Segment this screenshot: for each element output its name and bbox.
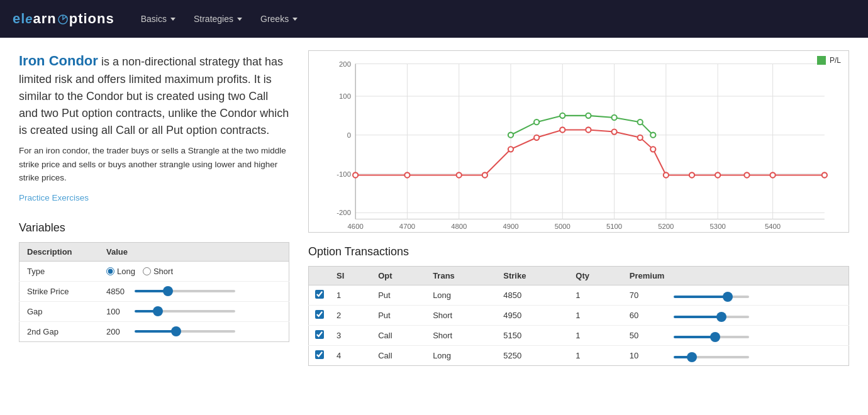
row1-si: 1 — [330, 285, 372, 306]
svg-point-31 — [404, 172, 409, 177]
strike-price-value: 4850 — [99, 281, 289, 301]
nav-greeks-label: Greeks — [260, 14, 289, 24]
row1-checkbox[interactable] — [315, 290, 324, 299]
col-opt: Opt — [372, 267, 426, 285]
row4-strike: 5250 — [497, 346, 569, 366]
svg-text:4900: 4900 — [503, 223, 518, 230]
gap-number: 100 — [106, 307, 128, 316]
brand-name: elearn ptions — [13, 11, 114, 27]
transaction-row-1: 1 Put Long 4850 1 70 — [309, 285, 849, 306]
svg-point-51 — [611, 115, 616, 120]
strike-slider-container: 4850 — [106, 287, 281, 296]
practice-exercises-link[interactable]: Practice Exercises — [19, 193, 89, 202]
left-panel: Iron Condor is a non-directional strateg… — [19, 50, 289, 366]
radio-short-label[interactable]: Short — [143, 267, 173, 276]
svg-point-45 — [770, 172, 775, 177]
2nd-gap-number: 200 — [106, 327, 128, 336]
svg-point-47 — [508, 133, 513, 138]
greeks-caret-icon — [292, 18, 298, 21]
row2-qty: 1 — [569, 306, 623, 326]
row2-si: 2 — [330, 306, 372, 326]
nav-item-basics[interactable]: Basics — [133, 9, 183, 29]
svg-text:5400: 5400 — [765, 223, 781, 230]
navbar: elearn ptions Basics Strategies — [0, 0, 868, 38]
radio-long-label[interactable]: Long — [106, 267, 135, 276]
chart-svg: 200 100 0 -100 -200 4600 4700 4800 4900 … — [309, 51, 849, 232]
nav-link-basics[interactable]: Basics — [133, 9, 183, 29]
row3-checkbox[interactable] — [315, 330, 324, 339]
row3-qty: 1 — [569, 326, 623, 346]
svg-point-30 — [353, 172, 358, 177]
row4-checkbox[interactable] — [315, 350, 324, 359]
variables-title: Variables — [19, 221, 289, 235]
nav-link-strategies[interactable]: Strategies — [186, 9, 250, 29]
svg-point-48 — [534, 119, 539, 124]
col-strike: Strike — [497, 267, 569, 285]
col-trans: Trans — [426, 267, 497, 285]
transactions-table: SI Opt Trans Strike Qty Premium 1 Put Lo… — [308, 266, 849, 366]
transaction-row-4: 4 Call Long 5250 1 10 — [309, 346, 849, 366]
nav-strategies-label: Strategies — [194, 14, 233, 24]
row2-opt: Put — [372, 306, 426, 326]
nav-basics-label: Basics — [141, 14, 167, 24]
variables-header-row: Description Value — [19, 242, 289, 261]
variables-section: Variables Description Value Type — [19, 221, 289, 342]
row1-strike: 4850 — [497, 285, 569, 306]
right-panel: P/L 200 100 0 -100 -200 4600 — [308, 50, 849, 366]
2nd-gap-label: 2nd Gap — [19, 321, 99, 341]
2nd-gap-slider-container: 200 — [106, 327, 281, 336]
strategy-name: Iron Condor — [19, 53, 98, 69]
transactions-title: Option Transactions — [308, 245, 849, 258]
svg-text:200: 200 — [339, 60, 351, 68]
row4-qty: 1 — [569, 346, 623, 366]
row2-checkbox[interactable] — [315, 310, 324, 319]
row1-premium-slider[interactable] — [674, 296, 749, 298]
type-value: Long Short — [99, 261, 289, 281]
row4-premium-slider[interactable] — [674, 356, 749, 358]
variable-row-strike: Strike Price 4850 — [19, 281, 289, 301]
svg-text:5300: 5300 — [710, 223, 726, 230]
gap-slider[interactable] — [135, 310, 235, 313]
svg-point-35 — [534, 135, 539, 140]
row4-premium: 10 — [623, 346, 668, 366]
col-qty: Qty — [569, 267, 623, 285]
svg-text:5200: 5200 — [658, 223, 674, 230]
svg-point-44 — [744, 172, 749, 177]
transaction-row-3: 3 Call Short 5150 1 50 — [309, 326, 849, 346]
row2-premium-slider[interactable] — [674, 316, 749, 318]
strategies-caret-icon — [237, 18, 242, 21]
nav-item-greeks[interactable]: Greeks — [253, 9, 305, 29]
radio-short[interactable] — [143, 267, 151, 275]
type-label: Type — [19, 261, 99, 281]
svg-point-33 — [482, 172, 487, 177]
svg-text:4800: 4800 — [451, 223, 467, 230]
strike-price-label: Strike Price — [19, 281, 99, 301]
radio-long-text: Long — [117, 267, 135, 276]
variable-row-type: Type Long Short — [19, 261, 289, 281]
nav-link-greeks[interactable]: Greeks — [253, 9, 305, 29]
svg-text:-200: -200 — [337, 209, 351, 216]
2nd-gap-value: 200 — [99, 321, 289, 341]
2nd-gap-slider[interactable] — [135, 330, 235, 333]
brand-logo[interactable]: elearn ptions — [13, 11, 114, 27]
row3-premium-slider[interactable] — [674, 336, 749, 338]
nav-item-strategies[interactable]: Strategies — [186, 9, 250, 29]
legend-color-box — [817, 56, 826, 65]
svg-point-53 — [650, 133, 655, 138]
row1-qty: 1 — [569, 285, 623, 306]
basics-caret-icon — [170, 18, 175, 21]
row3-opt: Call — [372, 326, 426, 346]
nav-menu: Basics Strategies Greeks — [133, 9, 305, 29]
svg-point-36 — [560, 127, 565, 132]
gap-slider-container: 100 — [106, 307, 281, 316]
row2-premium: 60 — [623, 306, 668, 326]
row3-si: 3 — [330, 326, 372, 346]
row2-trans: Short — [426, 306, 497, 326]
col-checkbox — [309, 267, 331, 285]
svg-point-37 — [586, 127, 591, 132]
radio-short-text: Short — [153, 267, 173, 276]
strategy-description-2: For an iron condor, the trader buys or s… — [19, 144, 289, 185]
strike-price-slider[interactable] — [135, 290, 235, 292]
radio-long[interactable] — [106, 267, 114, 275]
legend-label: P/L — [830, 56, 841, 65]
